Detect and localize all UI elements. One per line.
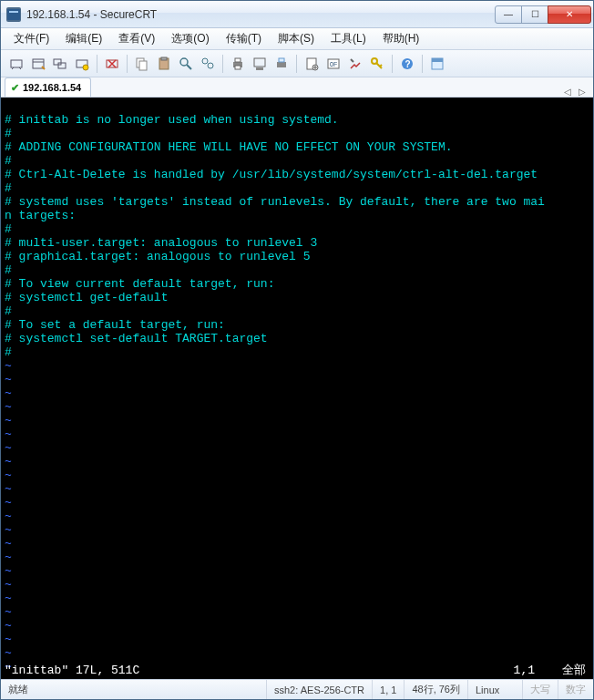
vim-tilde: ~ (5, 359, 12, 373)
vim-tilde: ~ (5, 578, 12, 592)
svg-rect-31 (432, 58, 443, 62)
status-ready: 就绪 (1, 680, 267, 699)
terminal-line: # systemctl set-default TARGET.target (5, 332, 268, 345)
paste-icon[interactable] (154, 54, 174, 74)
toggle-view-icon[interactable] (427, 54, 447, 74)
reconnect-icon[interactable] (50, 54, 70, 74)
vim-cursor-pos: 1,1 (514, 664, 535, 677)
svg-rect-5 (58, 63, 66, 68)
menu-transfer[interactable]: 传输(T) (219, 29, 269, 48)
vim-tilde: ~ (5, 482, 12, 496)
vim-tilde: ~ (5, 605, 12, 619)
statusbar: 就绪 ssh2: AES-256-CTR 1, 1 48行, 76列 Linux… (1, 679, 593, 699)
menu-help[interactable]: 帮助(H) (375, 29, 427, 48)
quick-connect-icon[interactable] (6, 54, 26, 74)
vim-tilde: ~ (5, 414, 12, 427)
minimize-button[interactable]: — (495, 5, 522, 24)
menu-view[interactable]: 查看(V) (111, 29, 162, 48)
menu-script[interactable]: 脚本(S) (271, 29, 322, 48)
svg-rect-21 (277, 62, 286, 67)
print-selection-icon[interactable] (271, 54, 292, 74)
vim-tilde: ~ (5, 400, 12, 414)
terminal-line: n targets: (5, 209, 76, 222)
copy-icon[interactable] (132, 54, 152, 74)
status-os: Linux (468, 680, 523, 699)
svg-rect-1 (9, 11, 18, 13)
vim-file-info: "inittab" 17L, 511C (5, 664, 139, 677)
vim-scroll-pos: 全部 (562, 664, 586, 677)
terminal-line: # Ctrl-Alt-Delete is handled by /usr/lib… (5, 168, 538, 181)
terminal-line: # (5, 263, 12, 277)
menu-options[interactable]: 选项(O) (164, 29, 216, 48)
toolbar-separator (296, 55, 297, 73)
settings-icon[interactable] (345, 54, 365, 74)
terminal-line: # (5, 181, 12, 195)
titlebar[interactable]: 192.168.1.54 - SecureCRT — ☐ ✕ (1, 1, 593, 28)
terminal-line: # multi-user.target: analogous to runlev… (5, 236, 317, 250)
key-icon[interactable] (367, 54, 387, 74)
close-button[interactable]: ✕ (548, 5, 591, 24)
vim-tilde: ~ (5, 455, 12, 468)
app-icon (6, 7, 21, 22)
menu-tools[interactable]: 工具(L) (323, 29, 374, 48)
toolbar-separator (127, 55, 128, 73)
tab-next-icon[interactable]: ▷ (577, 87, 588, 97)
vim-tilde: ~ (5, 633, 12, 646)
terminal-line: # graphical.target: analogous to runleve… (5, 250, 310, 263)
print-screen-icon[interactable] (250, 54, 270, 74)
window-controls: — ☐ ✕ (496, 5, 591, 24)
terminal-line: # (5, 154, 12, 168)
vim-tilde: ~ (5, 496, 12, 510)
status-ssh: ssh2: AES-256-CTR (267, 680, 373, 699)
find-all-icon[interactable] (198, 54, 218, 74)
terminal-line: # (5, 345, 12, 359)
session-tab[interactable]: ✔ 192.168.1.54 (5, 77, 91, 97)
toolbar-separator (422, 55, 423, 73)
menu-file[interactable]: 文件(F) (6, 29, 56, 48)
terminal-line: # systemctl get-default (5, 291, 168, 304)
vim-tilde: ~ (5, 537, 12, 551)
terminal-line: # inittab is no longer used when using s… (5, 113, 339, 127)
find-icon[interactable] (176, 54, 196, 74)
svg-rect-18 (235, 66, 241, 69)
connect-dialog-icon[interactable] (28, 54, 48, 74)
help-icon[interactable]: ? (397, 54, 417, 74)
tab-prev-icon[interactable]: ◁ (562, 87, 573, 97)
properties-icon[interactable] (302, 54, 322, 74)
vim-tilde: ~ (5, 551, 12, 564)
terminal-line: # ADDING CONFIGURATION HERE WILL HAVE NO… (5, 140, 452, 154)
svg-text:0F: 0F (330, 61, 337, 67)
session-connect-icon[interactable] (72, 54, 92, 74)
toolbar: 0F ? (1, 50, 593, 77)
disconnect-icon[interactable] (102, 54, 122, 74)
vim-tilde: ~ (5, 386, 12, 400)
vim-tilde: ~ (5, 427, 12, 441)
menu-edit[interactable]: 编辑(E) (58, 29, 109, 48)
window-title: 192.168.1.54 - SecureCRT (26, 8, 496, 21)
terminal-line: # (5, 222, 12, 236)
toolbar-separator (392, 55, 393, 73)
svg-rect-17 (235, 58, 241, 62)
maximize-button[interactable]: ☐ (521, 5, 548, 24)
print-icon[interactable] (228, 54, 248, 74)
svg-rect-12 (161, 57, 167, 60)
terminal[interactable]: # inittab is no longer used when using s… (1, 98, 593, 679)
svg-text:?: ? (405, 59, 411, 69)
svg-rect-0 (7, 9, 20, 20)
menubar: 文件(F) 编辑(E) 查看(V) 选项(O) 传输(T) 脚本(S) 工具(L… (1, 28, 593, 50)
vim-tilde: ~ (5, 523, 12, 537)
terminal-line: # (5, 304, 12, 318)
vim-tilde: ~ (5, 592, 12, 605)
vim-tilde: ~ (5, 373, 12, 386)
vim-tilde: ~ (5, 468, 12, 482)
status-num: 数字 (558, 680, 593, 699)
svg-point-13 (180, 58, 188, 66)
svg-rect-20 (256, 67, 263, 70)
hex-icon[interactable]: 0F (323, 54, 343, 74)
toolbar-separator (97, 55, 97, 73)
vim-tilde: ~ (5, 564, 12, 578)
terminal-line: # To set a default target, run: (5, 318, 225, 332)
toolbar-separator (222, 55, 223, 73)
vim-tilde: ~ (5, 619, 12, 633)
svg-point-7 (83, 65, 88, 70)
